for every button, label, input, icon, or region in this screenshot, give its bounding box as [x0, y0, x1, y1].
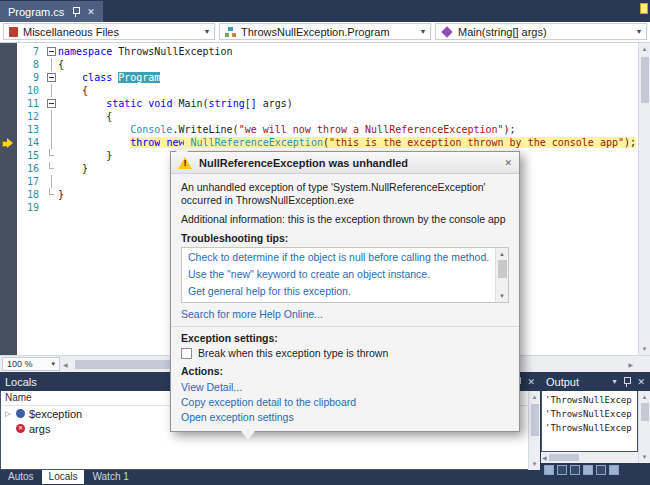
action-link[interactable]: View Detail...: [181, 380, 509, 395]
break-checkbox[interactable]: [181, 348, 192, 359]
breakpoint-margin-cell[interactable]: [0, 84, 17, 97]
scroll-right-arrow-icon[interactable]: ▶: [628, 361, 633, 368]
chevron-down-icon: ▾: [421, 27, 425, 36]
code-text: Console.WriteLine("we will now throw a N…: [58, 124, 516, 135]
word-wrap-icon[interactable]: [596, 465, 606, 475]
breakpoint-margin-cell[interactable]: [0, 149, 17, 162]
exception-message: An unhandled exception of type 'System.N…: [181, 181, 509, 207]
breakpoint-margin-cell[interactable]: [0, 45, 17, 58]
breakpoint-margin-cell[interactable]: [0, 188, 17, 201]
breakpoint-margin-cell[interactable]: [0, 201, 17, 214]
monitor-2-icon[interactable]: [570, 465, 580, 475]
output-line: 'ThrowsNullExcep: [545, 421, 637, 435]
pin-icon[interactable]: [622, 377, 631, 387]
member-dropdown[interactable]: Main(string[] args) ▾: [435, 23, 647, 40]
scroll-up-arrow-icon[interactable]: ▲: [639, 44, 650, 54]
scrollbar-thumb[interactable]: [641, 403, 649, 421]
fold-margin-cell: [44, 201, 58, 214]
tab-program-cs[interactable]: Program.cs ✕: [0, 1, 103, 22]
breakpoint-margin-cell[interactable]: [0, 175, 17, 188]
tips-list: Check to determine if the object is null…: [188, 251, 492, 298]
zoom-dropdown[interactable]: 100 % ▾: [2, 357, 60, 371]
code-token: [58, 72, 82, 83]
scroll-down-arrow-icon[interactable]: ▼: [496, 291, 508, 301]
code-token: [58, 98, 106, 109]
scroll-lock-icon[interactable]: [609, 465, 619, 475]
code-text: {: [58, 85, 88, 96]
scroll-up-arrow-icon[interactable]: ▲: [496, 249, 508, 259]
code-token: [58, 124, 130, 135]
current-statement-arrow-icon: [2, 138, 14, 148]
code-token: Console: [130, 124, 172, 135]
scroll-left-arrow-icon[interactable]: ◀: [542, 454, 547, 461]
breakpoint-margin-cell[interactable]: [0, 123, 17, 136]
fold-collapse-button[interactable]: [44, 71, 58, 84]
output-horizontal-scrollbar[interactable]: ◀: [541, 452, 638, 463]
code-token: void: [148, 98, 172, 109]
bottom-tab-autos[interactable]: Autos: [1, 470, 41, 484]
line-number: 8: [17, 59, 44, 70]
editor-vertical-scrollbar[interactable]: ▲ ▼: [638, 43, 650, 355]
output-vertical-scrollbar[interactable]: ▲ ▼: [638, 391, 650, 463]
tab-title: Program.cs: [8, 6, 64, 18]
close-icon[interactable]: ✕: [87, 7, 95, 17]
tips-scrollbar[interactable]: ▲ ▼: [495, 248, 508, 302]
break-checkbox-label: Break when this exception type is thrown: [198, 347, 388, 359]
locals-vertical-scrollbar[interactable]: ▲ ▼: [528, 391, 540, 470]
fold-margin-cell: [44, 136, 58, 149]
scroll-down-arrow-icon[interactable]: ▼: [529, 459, 540, 469]
code-line: 7namespace ThrowsNullException: [0, 45, 638, 58]
scroll-up-arrow-icon[interactable]: ▲: [529, 392, 540, 402]
code-token: "we will now throw a NullReferenceExcept…: [239, 124, 504, 135]
action-link[interactable]: Copy exception detail to the clipboard: [181, 395, 509, 410]
scroll-up-arrow-icon[interactable]: ▲: [639, 392, 650, 402]
line-number: 10: [17, 85, 44, 96]
scrollbar-thumb[interactable]: [549, 454, 579, 461]
project-dropdown[interactable]: Miscellaneous Files ▾: [3, 23, 215, 40]
close-icon[interactable]: ✕: [637, 377, 645, 387]
bottom-tab-watch-1[interactable]: Watch 1: [85, 470, 135, 484]
troubleshooting-tip-link[interactable]: Check to determine if the object is null…: [188, 251, 492, 264]
scroll-left-arrow-icon[interactable]: ◀: [63, 361, 68, 368]
code-line: 11 static void Main(string[] args): [0, 97, 638, 110]
scrollbar-thumb[interactable]: [498, 260, 507, 278]
line-number: 12: [17, 111, 44, 122]
fold-guide-end: [49, 162, 54, 169]
troubleshooting-tip-link[interactable]: Get general help for this exception.: [188, 285, 492, 298]
breakpoint-margin-cell[interactable]: [0, 162, 17, 175]
monitor-icon[interactable]: [557, 465, 567, 475]
clear-all-icon[interactable]: [583, 465, 593, 475]
scroll-down-arrow-icon[interactable]: ▼: [639, 344, 650, 354]
scrollbar-thumb[interactable]: [641, 57, 649, 103]
breakpoint-margin-cell[interactable]: [0, 97, 17, 110]
breakpoint-margin-cell[interactable]: [0, 110, 17, 123]
pin-icon[interactable]: [71, 7, 80, 17]
fold-guide-line: [51, 136, 52, 149]
search-help-online-link[interactable]: Search for more Help Online...: [181, 308, 509, 321]
code-token: }: [58, 163, 88, 174]
fold-collapse-button[interactable]: [44, 97, 58, 110]
breakpoint-margin-cell[interactable]: [0, 136, 17, 149]
window-position-icon[interactable]: ▾: [612, 377, 616, 386]
fold-collapse-button[interactable]: [44, 45, 58, 58]
scrollbar-thumb[interactable]: [531, 404, 539, 436]
expander-icon[interactable]: ▷: [4, 410, 12, 418]
type-dropdown[interactable]: ThrowsNullException.Program ▾: [219, 23, 431, 40]
bottom-tab-bar: AutosLocalsWatch 1: [1, 470, 136, 484]
code-token: {: [58, 111, 112, 122]
exception-value-icon: [16, 409, 25, 418]
scroll-down-arrow-icon[interactable]: ▼: [639, 452, 650, 462]
code-line: 12 {: [0, 110, 638, 123]
code-line: 13 Console.WriteLine("we will now throw …: [0, 123, 638, 136]
code-line: 8{: [0, 58, 638, 71]
messages-icon[interactable]: [544, 465, 554, 475]
callout-tail-top: [176, 143, 188, 152]
bottom-tab-locals[interactable]: Locals: [42, 470, 85, 484]
close-icon[interactable]: ✕: [527, 377, 535, 387]
breakpoint-margin-cell[interactable]: [0, 71, 17, 84]
troubleshooting-tip-link[interactable]: Use the "new" keyword to create an objec…: [188, 268, 492, 281]
code-token: {: [58, 59, 64, 70]
action-link[interactable]: Open exception settings: [181, 410, 509, 425]
breakpoint-margin-cell[interactable]: [0, 58, 17, 71]
close-icon[interactable]: ✕: [504, 158, 512, 168]
